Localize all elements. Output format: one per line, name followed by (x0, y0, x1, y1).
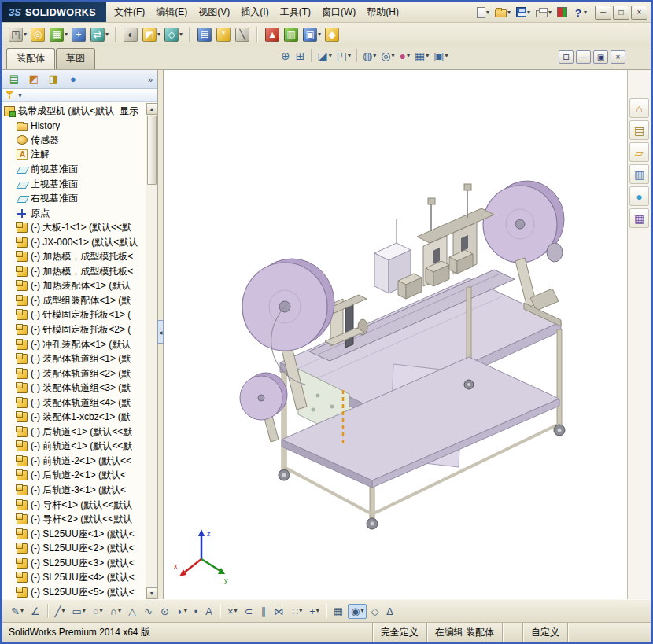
tree-item[interactable]: History (4, 119, 145, 134)
tree-item[interactable]: (-) 装配体轨道组<2> (默 (4, 366, 145, 381)
linear-sketch-pattern-button[interactable]: ∷ ▾ (289, 604, 305, 619)
tree-item[interactable]: (-) SL25UU座<4> (默认< (4, 571, 145, 586)
tree-item[interactable]: (-) 针模固定板托板<1> ( (4, 308, 145, 323)
collapse-panel-arrow-icon[interactable]: ◀ (157, 320, 164, 344)
tree-item[interactable]: (-) 大板-1<1> (默认<<默 (4, 220, 145, 235)
tree-item[interactable]: (-) 冲孔装配体<1> (默认 (4, 337, 145, 352)
tree-item[interactable]: (-) 后轨道-2<1> (默认< (4, 469, 145, 484)
move-entities-button[interactable]: + ▾ (306, 604, 323, 619)
tree-item[interactable]: (-) 加热模，成型模托板< (4, 264, 145, 279)
scroll-down-button[interactable]: ▼ (146, 587, 157, 599)
close-button[interactable]: × (631, 6, 647, 20)
tree-item[interactable]: (-) 后轨道<1> (默认<<默 (4, 425, 145, 440)
machine-3d-model[interactable]: z x y (164, 70, 626, 599)
tree-item[interactable]: 载带成型机 (默认<默认_显示 (4, 104, 145, 119)
mate-button[interactable]: ◎ (29, 26, 47, 43)
doc-restore-button[interactable]: ▣ (593, 50, 608, 64)
tree-item[interactable]: (-) 前轨道<1> (默认<<默 (4, 440, 145, 454)
appearances-tab[interactable]: ● (629, 186, 649, 206)
offset-entities-button[interactable]: ∥ (257, 604, 270, 619)
menu-item[interactable]: 编辑(E) (150, 3, 193, 21)
tree-item[interactable]: (-) 针模固定板托板<2> ( (4, 322, 145, 337)
apply-scene-button[interactable]: ▦ ▾ (413, 50, 430, 62)
view-orientation-button[interactable]: ◳ ▾ (335, 50, 352, 62)
zoom-to-fit-button[interactable]: ⊕ (279, 50, 293, 62)
line-button[interactable]: ╱ ▾ (52, 604, 68, 619)
section-view-button[interactable]: ◪ ▾ (315, 50, 333, 62)
tree-scrollbar[interactable]: ▲ ▼ (146, 103, 157, 599)
scroll-thumb[interactable] (147, 116, 157, 185)
mirror-entities-button[interactable]: ⋈ (271, 604, 288, 619)
tab-sketch[interactable]: 草图 (56, 48, 95, 69)
interference-detection-button[interactable]: ▲ (264, 26, 282, 43)
tree-item[interactable]: (-) SL25UU座<3> (默认< (4, 556, 145, 571)
minimize-button[interactable]: ─ (595, 6, 611, 20)
reference-geometry-button[interactable]: ◇ ▾ (163, 26, 184, 43)
separator[interactable] (220, 604, 221, 618)
linear-component-pattern-button[interactable]: ▦ ▾ (48, 26, 69, 43)
tree-item[interactable]: (-) 装配体轨道组<3> (默 (4, 381, 145, 396)
motion-study-button[interactable]: ▣ ▾ (301, 26, 323, 43)
hide-show-items-button[interactable]: ◎ ▾ (379, 50, 396, 62)
tree-item[interactable]: (-) 加热装配体<1> (默认 (4, 279, 145, 294)
menu-item[interactable]: 文件(F) (109, 3, 150, 21)
panel-splitter[interactable]: ◀ (158, 70, 164, 599)
display-grid-button[interactable]: ▦ (330, 604, 347, 619)
move-component-button[interactable]: ⇄ ▾ (89, 26, 110, 43)
assembly-visualization-button[interactable]: ▥ (282, 26, 301, 43)
edit-appearance-button[interactable]: ● ▾ (397, 50, 411, 62)
tree-item[interactable]: (-) 后轨道-3<1> (默认< (4, 483, 145, 498)
panel-expand-button[interactable]: » (146, 75, 155, 84)
save-button[interactable]: ▾ (515, 6, 532, 18)
tree-item[interactable]: 右视基准面 (4, 191, 145, 206)
tab-assembly[interactable]: 装配体 (6, 48, 55, 69)
doc-close-button[interactable]: × (611, 50, 625, 64)
view-palette-tab[interactable]: ▥ (629, 164, 649, 184)
graphics-viewport[interactable]: z x y (164, 70, 627, 599)
tree-item[interactable]: (-) SL25UU座<5> (默认< (4, 585, 145, 599)
convert-entities-button[interactable]: ⊂ (242, 604, 257, 619)
open-button[interactable]: ▾ (493, 6, 512, 18)
assembly-features-button[interactable]: ◩ ▾ (141, 26, 162, 43)
point-button[interactable]: • (191, 604, 202, 619)
propertymanager-tab[interactable]: ◩ (24, 72, 43, 87)
menu-item[interactable]: 插入(I) (235, 3, 274, 21)
doc-pin-button[interactable]: ⊡ (559, 50, 574, 64)
doc-minimize-button[interactable]: ─ (576, 50, 591, 64)
separator[interactable] (47, 604, 49, 618)
smart-fasteners-button[interactable]: + (70, 26, 88, 43)
tree-item[interactable]: (-) 前轨道-2<1> (默认<< (4, 454, 145, 469)
rectangle-button[interactable]: ▭ ▾ (68, 604, 88, 619)
separator[interactable] (185, 25, 195, 44)
separator[interactable] (326, 604, 327, 618)
menu-item[interactable]: 视图(V) (193, 3, 235, 21)
displaymanager-tab[interactable]: ● (64, 72, 83, 87)
spline-button[interactable]: ∿ (141, 604, 157, 619)
tree-item[interactable]: (-) JX-000<1> (默认<默认 (4, 235, 145, 250)
menu-item[interactable]: 帮助(H) (361, 3, 404, 21)
tree-item[interactable]: 注解 (4, 148, 145, 163)
design-library-tab[interactable]: ▤ (629, 120, 649, 140)
menu-item[interactable]: 窗口(W) (316, 3, 361, 21)
show-hidden-components-button[interactable]: ◐ (122, 26, 140, 43)
maximize-button[interactable]: □ (613, 6, 629, 20)
tree-item[interactable]: (-) 成型组装配体<1> (默 (4, 293, 145, 308)
menu-item[interactable]: 工具(T) (275, 3, 316, 21)
tree-item[interactable]: (-) SL25UU座<2> (默认< (4, 541, 145, 556)
print-button[interactable]: ▾ (534, 6, 553, 18)
solidworks-resources-tab[interactable]: ⌂ (629, 98, 649, 118)
new-document-button[interactable]: ▾ (475, 6, 491, 19)
tree-item[interactable]: (-) 装配体1-xcbz<1> (默 (4, 410, 145, 425)
view-settings-button[interactable]: ▣ ▾ (432, 50, 449, 62)
help-button[interactable]: ▾ (572, 6, 588, 19)
scroll-up-button[interactable]: ▲ (146, 103, 157, 115)
separator[interactable] (311, 49, 312, 62)
sketch-snaps-button[interactable]: ◉ ▾ (348, 604, 367, 619)
ellipse-button[interactable]: ⊙ (157, 604, 173, 619)
insert-components-button[interactable]: ◳ ▾ (7, 26, 28, 43)
custom-properties-tab[interactable]: ▦ (629, 208, 649, 228)
color-swatch-button[interactable] (555, 6, 570, 18)
polygon-button[interactable]: △ (125, 604, 140, 619)
tape-reel-lower[interactable] (240, 373, 287, 442)
separator[interactable] (111, 25, 121, 44)
